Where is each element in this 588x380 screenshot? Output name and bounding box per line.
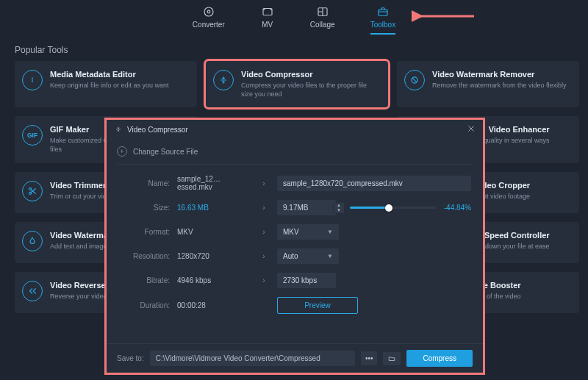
size-slider[interactable] <box>350 207 437 209</box>
compress-form: Name: sample_12…essed.mkv › Size: 16.63 … <box>117 165 473 314</box>
tool-desc: Remove the watermark from the video flex… <box>432 81 567 90</box>
resolution-orig-value: 1280x720 <box>177 252 251 260</box>
svg-rect-4 <box>379 10 387 15</box>
format-label: Format: <box>118 228 170 236</box>
compress-icon <box>213 70 234 90</box>
chevron-right-icon: › <box>258 276 270 284</box>
format-select[interactable]: MKV▼ <box>277 224 339 240</box>
size-percent: -44.84% <box>444 204 471 212</box>
toolbox-icon <box>376 4 390 19</box>
bitrate-orig-value: 4946 kbps <box>177 276 251 284</box>
compress-icon <box>114 125 123 134</box>
name-value: sample_12…essed.mkv <box>177 175 251 191</box>
change-source-label: Change Source File <box>133 148 198 156</box>
dialog-titlebar: Video Compressor <box>107 120 483 139</box>
tool-video-compressor[interactable]: Video Compressor Compress your video fil… <box>206 61 388 107</box>
info-icon <box>22 70 43 90</box>
svg-point-8 <box>29 187 32 190</box>
chevron-down-icon: ▼ <box>327 229 333 235</box>
change-source-file-button[interactable]: + Change Source File <box>117 142 473 165</box>
browse-path-button[interactable]: ••• <box>361 351 378 365</box>
collage-icon <box>315 4 330 19</box>
nav-label: Toolbox <box>370 21 395 29</box>
bitrate-input[interactable] <box>277 273 336 288</box>
svg-point-1 <box>207 10 210 13</box>
step-down-icon[interactable]: ▼ <box>334 208 344 213</box>
tool-media-metadata-editor[interactable]: Media Metadata Editor Keep original file… <box>15 61 197 107</box>
svg-point-6 <box>32 78 33 79</box>
chevron-down-icon: ▼ <box>327 253 333 259</box>
top-nav: Converter MV Collage Toolbox <box>0 0 588 35</box>
preview-button[interactable]: Preview <box>277 297 358 314</box>
mv-icon <box>260 4 275 19</box>
tool-title: Media Metadata Editor <box>50 70 169 79</box>
gif-icon: GIF <box>22 125 43 146</box>
select-value: Auto <box>283 252 298 260</box>
resolution-select[interactable]: Auto▼ <box>277 248 339 264</box>
open-folder-button[interactable] <box>383 352 401 365</box>
video-compressor-dialog: Video Compressor + Change Source File Na… <box>104 118 485 375</box>
nav-mv[interactable]: MV <box>260 4 275 35</box>
size-stepper[interactable]: ▲▼ <box>277 200 344 215</box>
select-value: MKV <box>283 228 299 236</box>
arrow-annotation <box>412 7 478 26</box>
svg-point-0 <box>204 7 213 16</box>
slider-thumb[interactable] <box>385 204 392 212</box>
duration-value: 00:00:28 <box>177 301 251 309</box>
svg-point-9 <box>29 192 32 194</box>
size-input[interactable] <box>277 200 336 215</box>
chevron-right-icon: › <box>258 228 270 236</box>
nav-label: Converter <box>193 21 225 29</box>
saveto-label: Save to: <box>117 354 144 362</box>
nav-toolbox[interactable]: Toolbox <box>370 4 395 35</box>
bitrate-label: Bitrate: <box>118 276 170 284</box>
nav-label: MV <box>262 21 273 29</box>
chevron-right-icon: › <box>258 252 270 260</box>
dialog-title: Video Compressor <box>127 126 188 134</box>
filename-input[interactable] <box>277 176 471 191</box>
size-label: Size: <box>118 204 170 212</box>
nav-converter[interactable]: Converter <box>193 4 225 35</box>
step-up-icon[interactable]: ▲ <box>334 203 344 208</box>
close-button[interactable] <box>467 124 476 135</box>
nav-label: Collage <box>310 21 335 29</box>
nav-collage[interactable]: Collage <box>310 4 335 35</box>
format-orig-value: MKV <box>177 228 251 236</box>
tool-desc: Compress your video files to the proper … <box>241 81 379 98</box>
section-title: Popular Tools <box>15 45 588 55</box>
tool-title: Video Compressor <box>241 70 379 79</box>
plus-icon: + <box>117 146 127 157</box>
chevron-right-icon: › <box>258 179 270 187</box>
folder-icon <box>387 355 396 362</box>
tool-video-watermark-remover[interactable]: Video Watermark Remover Remove the water… <box>397 61 579 107</box>
save-path-input[interactable] <box>150 351 355 366</box>
tool-title: Video Watermark Remover <box>432 70 567 79</box>
name-label: Name: <box>118 179 170 187</box>
reverse-icon <box>22 281 43 301</box>
duration-label: Duration: <box>118 301 170 309</box>
scissors-icon <box>22 181 43 201</box>
watermark-remove-icon <box>404 70 425 90</box>
dialog-footer: Save to: ••• Compress <box>107 343 483 373</box>
chevron-right-icon: › <box>258 204 270 212</box>
compress-button[interactable]: Compress <box>406 350 473 367</box>
size-orig-value: 16.63 MB <box>177 204 251 212</box>
converter-icon <box>201 4 216 19</box>
drop-icon <box>22 231 43 251</box>
resolution-label: Resolution: <box>118 252 170 260</box>
tool-desc: Keep original file info or edit as you w… <box>50 81 169 90</box>
